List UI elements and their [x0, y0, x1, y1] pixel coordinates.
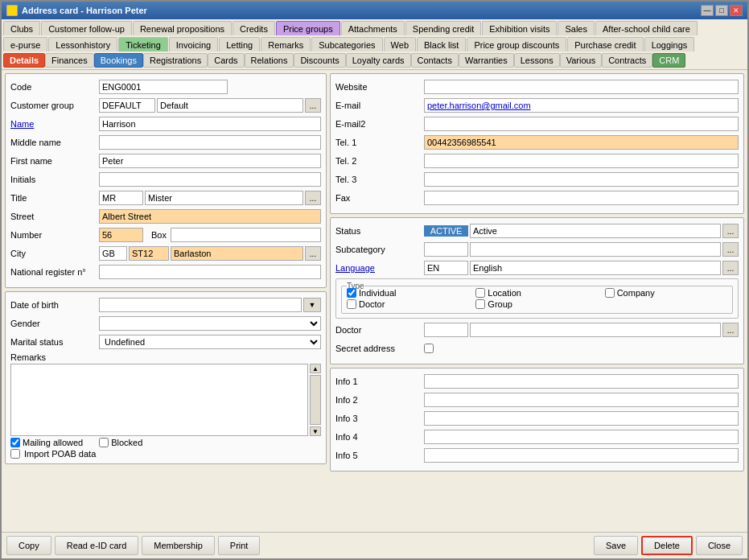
tab-price-groups[interactable]: Price groups: [276, 21, 340, 35]
read-eid-button[interactable]: Read e-ID card: [55, 536, 139, 555]
window-close-button[interactable]: ✕: [730, 5, 743, 16]
status-browse-button[interactable]: ...: [722, 224, 739, 238]
individual-checkbox[interactable]: [347, 288, 356, 298]
subcategory-name-input[interactable]: [470, 242, 721, 257]
title-browse-button[interactable]: ...: [305, 191, 321, 205]
minimize-button[interactable]: —: [701, 5, 714, 16]
print-button[interactable]: Print: [218, 536, 261, 555]
tab-relations[interactable]: Relations: [245, 53, 294, 68]
language-code-input[interactable]: [424, 261, 468, 275]
tab-spending-credit[interactable]: Spending credit: [405, 21, 481, 35]
tab-various[interactable]: Various: [560, 53, 602, 68]
subcategory-browse-button[interactable]: ...: [722, 242, 739, 257]
email2-input[interactable]: [424, 117, 739, 131]
info1-input[interactable]: [424, 374, 739, 389]
membership-button[interactable]: Membership: [142, 536, 215, 555]
tab-crm[interactable]: CRM: [652, 53, 685, 68]
website-input[interactable]: [424, 80, 739, 94]
scroll-up-button[interactable]: ▲: [310, 364, 321, 373]
tab-sales[interactable]: Sales: [558, 21, 595, 35]
tab-epurse[interactable]: e-purse: [3, 37, 47, 51]
info2-input[interactable]: [424, 393, 739, 407]
tab-lessons[interactable]: Lessons: [514, 53, 560, 68]
subcategory-code-input[interactable]: [424, 242, 468, 257]
initials-input[interactable]: [99, 172, 321, 187]
doctor-browse-button[interactable]: ...: [722, 323, 739, 337]
tab-subcategories[interactable]: Subcategories: [311, 37, 382, 51]
tab-invoicing[interactable]: Invoicing: [169, 37, 218, 51]
remarks-textarea[interactable]: [10, 364, 308, 436]
tab-purchase-credit[interactable]: Purchase credit: [567, 37, 643, 51]
code-input[interactable]: [99, 80, 228, 94]
tab-ticketing[interactable]: Ticketing: [118, 37, 168, 51]
first-name-input[interactable]: [99, 154, 321, 168]
status-value-input[interactable]: [470, 224, 721, 238]
tel3-input[interactable]: [424, 172, 739, 187]
tab-contacts[interactable]: Contacts: [411, 53, 459, 68]
dob-calendar-button[interactable]: ▼: [303, 298, 321, 312]
maximize-button[interactable]: □: [715, 5, 728, 16]
mailing-checkbox[interactable]: [10, 438, 20, 447]
title-code-input[interactable]: [99, 191, 143, 205]
tab-registrations[interactable]: Registrations: [143, 53, 208, 68]
location-checkbox[interactable]: [475, 288, 485, 298]
gender-select[interactable]: Male Female: [99, 316, 321, 331]
name-label[interactable]: Name: [10, 119, 99, 129]
tab-loggings[interactable]: Loggings: [644, 37, 695, 51]
customer-group-browse-button[interactable]: ...: [305, 98, 321, 113]
tab-cards[interactable]: Cards: [208, 53, 244, 68]
tab-renewal-propositions[interactable]: Renewal propositions: [133, 21, 232, 35]
national-reg-input[interactable]: [99, 265, 321, 279]
tel2-input[interactable]: [424, 154, 739, 168]
tab-exhibition-visits[interactable]: Exhibition visits: [482, 21, 557, 35]
company-checkbox[interactable]: [605, 288, 615, 298]
tab-web[interactable]: Web: [384, 37, 416, 51]
tab-attachments[interactable]: Attachments: [341, 21, 405, 35]
city-browse-button[interactable]: ...: [305, 246, 321, 261]
tab-clubs[interactable]: Clubs: [3, 21, 40, 35]
tab-bookings[interactable]: Bookings: [94, 53, 143, 68]
tab-contracts[interactable]: Contracts: [602, 53, 652, 68]
city-country-input[interactable]: [99, 246, 127, 261]
blocked-checkbox[interactable]: [99, 438, 109, 447]
close-button[interactable]: Close: [696, 536, 743, 555]
title-name-input[interactable]: [145, 191, 303, 205]
tab-details[interactable]: Details: [3, 53, 45, 68]
delete-button[interactable]: Delete: [641, 536, 693, 555]
customer-group-name[interactable]: [157, 98, 303, 113]
group-checkbox[interactable]: [475, 299, 485, 309]
language-name-input[interactable]: [470, 261, 721, 275]
number-input[interactable]: [99, 228, 143, 242]
tab-discounts[interactable]: Discounts: [294, 53, 345, 68]
box-input[interactable]: [171, 228, 321, 242]
email-value[interactable]: peter.harrison@gmail.com: [424, 98, 739, 113]
customer-group-code[interactable]: [99, 98, 155, 113]
fax-input[interactable]: [424, 191, 739, 205]
copy-button[interactable]: Copy: [6, 536, 51, 555]
tab-black-list[interactable]: Black list: [417, 37, 466, 51]
tab-credits[interactable]: Credits: [233, 21, 275, 35]
save-button[interactable]: Save: [594, 536, 638, 555]
import-poab-checkbox[interactable]: [10, 449, 20, 459]
marital-select[interactable]: Undefined Single Married: [99, 335, 321, 349]
dob-input[interactable]: [99, 298, 302, 312]
tel1-input[interactable]: [424, 135, 739, 150]
middle-name-input[interactable]: [99, 135, 321, 150]
tab-finances[interactable]: Finances: [45, 53, 94, 68]
tab-customer-followup[interactable]: Customer follow-up: [41, 21, 132, 35]
doctor-name-input[interactable]: [470, 323, 721, 337]
name-input[interactable]: [99, 117, 321, 131]
scroll-down-button[interactable]: ▼: [310, 426, 321, 436]
language-browse-button[interactable]: ...: [722, 261, 739, 275]
info5-input[interactable]: [424, 448, 739, 463]
tab-warranties[interactable]: Warranties: [459, 53, 514, 68]
tab-loyalty-cards[interactable]: Loyalty cards: [346, 53, 411, 68]
doctor-code-input[interactable]: [424, 323, 468, 337]
tab-price-group-discounts[interactable]: Price group discounts: [467, 37, 566, 51]
tab-letting[interactable]: Letting: [219, 37, 260, 51]
info4-input[interactable]: [424, 430, 739, 444]
doctor-type-checkbox[interactable]: [347, 299, 356, 309]
tab-after-school[interactable]: After-school child care: [595, 21, 698, 35]
street-input[interactable]: [99, 209, 321, 224]
city-name-input[interactable]: [171, 246, 303, 261]
